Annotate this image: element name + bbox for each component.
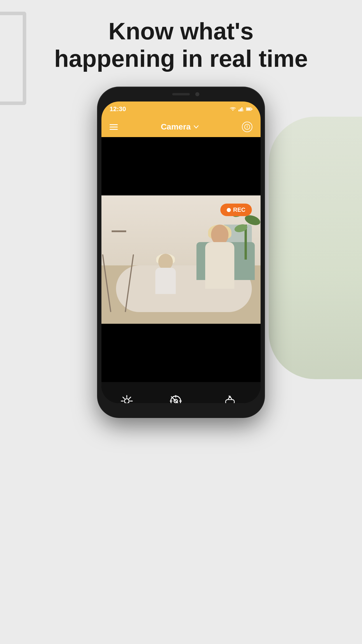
child-head [158,254,173,270]
front-camera [195,92,199,96]
bottom-navigation: Settings [101,382,261,403]
camera-black-bottom [101,324,261,382]
app-bar: Camera ! [101,117,261,137]
phone-screen: 12:30 [101,102,261,403]
status-bar: 12:30 [101,102,261,117]
nav-item-powersaving[interactable]: Powersaving [216,393,244,403]
svg-rect-3 [241,107,242,111]
alert-button[interactable]: ! [242,122,252,132]
gear-icon [119,393,135,403]
camera-black-top [101,137,261,195]
headline-line2: happening in real time [54,45,308,72]
person-woman [202,225,237,306]
headline: Know what's happening in real time [0,18,362,73]
status-time: 12:30 [110,105,126,113]
battery-icon [246,107,252,111]
hamburger-line [110,129,118,130]
person-child [154,254,177,300]
hamburger-menu[interactable] [110,124,118,130]
svg-line-15 [123,397,124,399]
phone-wrapper: 12:30 [98,88,264,417]
app-title-row: Camera [161,122,199,132]
bg-plant-decoration [269,117,362,379]
phone-speaker [172,93,190,95]
child-body [155,268,176,294]
svg-line-17 [129,397,131,399]
hamburger-line [110,127,118,127]
svg-rect-6 [247,108,251,110]
page-background: Know what's happening in real time 12:30 [0,0,362,644]
status-icons [230,107,252,111]
camera-feed: REC [101,195,261,324]
svg-marker-0 [232,110,234,111]
svg-text:!: ! [247,125,248,129]
room-scene: REC [101,195,261,324]
chevron-down-icon[interactable] [194,125,199,129]
rec-label: REC [233,206,245,213]
tripod-top [112,230,126,232]
headline-line1: Know what's [108,18,254,44]
signal-icon [238,107,244,111]
phone-shell: 12:30 [98,88,264,417]
tripod [107,230,131,312]
svg-rect-2 [240,108,241,111]
rec-dot-icon [227,208,231,212]
rec-badge: REC [220,204,252,216]
svg-rect-7 [252,108,252,110]
wifi-icon [230,107,236,111]
person-body [205,242,234,289]
hamburger-line [110,124,118,125]
svg-point-10 [124,399,129,403]
svg-rect-1 [238,110,240,111]
app-title: Camera [161,122,191,132]
svg-rect-4 [243,109,244,111]
recycle-icon [222,393,238,403]
nav-item-motion-detection[interactable]: Motion Detection [157,393,194,403]
motion-icon [168,393,184,403]
nav-item-settings[interactable]: Settings [118,393,136,403]
